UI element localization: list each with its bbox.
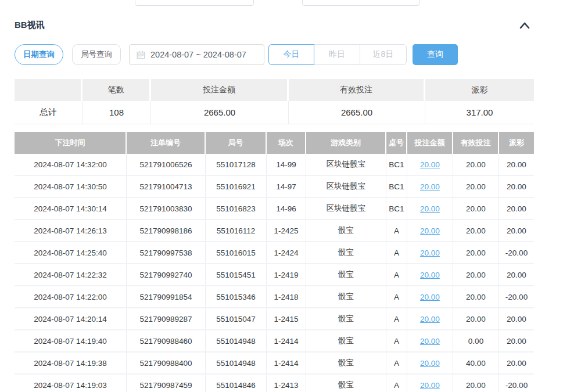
table-cell: 20.00 — [453, 198, 499, 219]
table-cell: A — [386, 264, 407, 285]
table-cell: 20.00 — [499, 264, 534, 285]
table-row: 2024-08-07 14:25:40521790997538551016015… — [15, 242, 534, 264]
table-row: 2024-08-07 14:19:03521790987459551014846… — [15, 375, 534, 392]
round-query-tab[interactable]: 局号查询 — [72, 44, 121, 65]
table-cell: 20.00 — [453, 286, 499, 307]
table-header-cell: 场次 — [267, 132, 306, 154]
summary-total-cell: 总计 — [15, 101, 83, 124]
table-cell: 20.00 — [407, 264, 453, 285]
table-cell: BC1 — [386, 198, 407, 219]
table-cell: 1-2415 — [267, 308, 306, 329]
table-cell: 521790991854 — [127, 286, 206, 307]
table-cell: 551016015 — [206, 242, 267, 263]
bet-amount-link[interactable]: 20.00 — [420, 359, 440, 368]
table-cell: 20.00 — [407, 286, 453, 307]
table-cell: A — [386, 375, 407, 392]
table-cell: 40.00 — [453, 353, 499, 373]
bet-amount-link[interactable]: 20.00 — [420, 315, 440, 323]
table-cell: 2024-08-07 14:30:50 — [15, 176, 127, 197]
summary-header-cell: 派彩 — [425, 79, 534, 101]
table-cell: 551016112 — [206, 220, 267, 241]
quick-today-button[interactable]: 今日 — [268, 44, 314, 65]
table-cell: A — [386, 353, 407, 373]
table-cell: 骰宝 — [306, 308, 386, 329]
table-row: 2024-08-07 14:32:00521791006526551017128… — [15, 154, 534, 176]
bet-records-table: 下注时间注单编号局号场次游戏类别桌号投注金额有效投注派彩 2024-08-07 … — [15, 132, 534, 392]
table-cell: 骰宝 — [306, 330, 386, 351]
quick-last8days-button[interactable]: 近8日 — [360, 44, 407, 65]
panel-title: BB视讯 — [15, 20, 45, 31]
bet-amount-link[interactable]: 20.00 — [420, 337, 440, 346]
table-cell: 20.00 — [453, 308, 499, 329]
table-row: 2024-08-07 14:22:00521790991854551015346… — [15, 286, 534, 308]
table-cell: 20.00 — [453, 176, 499, 197]
table-cell: -20.00 — [499, 286, 534, 307]
table-row: 2024-08-07 14:19:38521790988400551014948… — [15, 353, 534, 375]
table-cell: A — [386, 242, 407, 263]
table-cell: 521790989287 — [127, 308, 206, 329]
table-cell: 551016921 — [206, 176, 267, 197]
table-cell: BC1 — [386, 154, 407, 175]
bet-amount-link[interactable]: 20.00 — [420, 182, 440, 191]
table-row: 2024-08-07 14:19:40521790988460551014948… — [15, 330, 534, 353]
table-cell: 20.00 — [407, 220, 453, 241]
table-cell: A — [386, 220, 407, 241]
table-cell: 骰宝 — [306, 286, 386, 307]
summary-header-row: 笔数投注金额有效投注派彩 — [15, 79, 534, 101]
table-cell: 551017128 — [206, 154, 267, 175]
bet-amount-link[interactable]: 20.00 — [420, 204, 440, 213]
table-header-cell: 游戏类别 — [306, 132, 386, 154]
table-cell: 2024-08-07 14:19:38 — [15, 353, 127, 373]
table-cell: -20.00 — [499, 242, 534, 263]
table-row: 2024-08-07 14:26:13521790998186551016112… — [15, 220, 534, 242]
table-cell: 551015346 — [206, 286, 267, 307]
table-cell: 骰宝 — [306, 264, 386, 285]
summary-header-cell — [15, 79, 83, 101]
bet-amount-link[interactable]: 20.00 — [420, 249, 440, 257]
table-cell: 551016823 — [206, 198, 267, 219]
bet-amount-link[interactable]: 20.00 — [420, 226, 440, 235]
table-cell: 20.00 — [407, 375, 453, 392]
table-header-cell: 投注金额 — [407, 132, 453, 154]
table-cell: 2024-08-07 14:26:13 — [15, 220, 127, 241]
table-row: 2024-08-07 14:30:50521791004713551016921… — [15, 176, 534, 198]
summary-header-cell: 笔数 — [83, 79, 151, 101]
date-range-picker[interactable]: 2024-08-07 ~ 2024-08-07 — [129, 44, 264, 65]
table-cell: 骰宝 — [306, 220, 386, 241]
table-cell: 20.00 — [453, 242, 499, 263]
table-cell: 20.00 — [407, 308, 453, 329]
table-cell: 2024-08-07 14:22:32 — [15, 264, 127, 285]
table-header-cell: 有效投注 — [453, 132, 499, 154]
top-input-partial-2[interactable] — [302, 0, 419, 6]
table-cell: 551014948 — [206, 330, 267, 351]
table-cell: 骰宝 — [306, 242, 386, 263]
table-cell: 1-2419 — [267, 264, 306, 285]
collapse-button[interactable] — [517, 19, 532, 32]
table-header-cell: 派彩 — [499, 132, 534, 154]
table-cell: 2024-08-07 14:19:40 — [15, 330, 127, 351]
table-cell: 1-2414 — [267, 330, 306, 351]
search-button[interactable]: 查询 — [413, 44, 458, 65]
top-input-partial-1[interactable] — [135, 0, 254, 6]
table-cell: 0.00 — [453, 330, 499, 351]
table-cell: 2024-08-07 14:32:00 — [15, 154, 127, 175]
table-row: 2024-08-07 14:22:32521790992740551015451… — [15, 264, 534, 286]
bet-amount-link[interactable]: 20.00 — [420, 293, 440, 301]
table-cell: 521790997538 — [127, 242, 206, 263]
bet-amount-link[interactable]: 20.00 — [420, 160, 440, 169]
table-cell: 20.00 — [407, 154, 453, 175]
table-cell: 551015451 — [206, 264, 267, 285]
table-cell: 521790988400 — [127, 353, 206, 373]
table-cell: 1-2418 — [267, 286, 306, 307]
summary-header-cell: 有效投注 — [289, 79, 425, 101]
table-cell: 1-2424 — [267, 242, 306, 263]
calendar-icon — [137, 51, 145, 59]
table-cell: 20.00 — [407, 176, 453, 197]
bet-amount-link[interactable]: 20.00 — [420, 271, 440, 279]
bet-amount-link[interactable]: 20.00 — [420, 381, 440, 390]
table-cell: 20.00 — [453, 264, 499, 285]
table-cell: BC1 — [386, 176, 407, 197]
quick-yesterday-button[interactable]: 昨日 — [314, 44, 360, 65]
date-query-tab[interactable]: 日期查询 — [15, 44, 63, 65]
table-row: 2024-08-07 14:20:14521790989287551015047… — [15, 308, 534, 330]
